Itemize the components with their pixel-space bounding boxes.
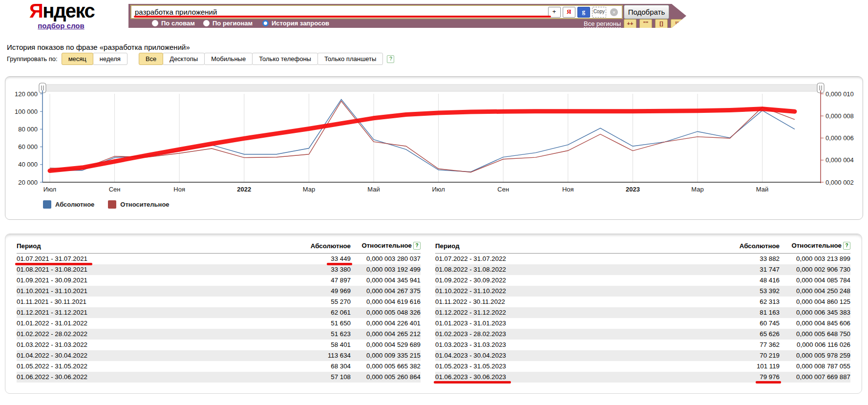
yandex-favicon-button[interactable]: Я <box>563 7 575 18</box>
relative-cell: 0,000 005 048 326 <box>351 307 421 318</box>
relative-cell: 0,000 004 845 606 <box>780 318 850 329</box>
cell-value: 0,000 006 116 026 <box>797 341 850 348</box>
cell-value: 57 108 <box>331 373 351 381</box>
legend-item-1[interactable]: Относительное <box>108 200 169 209</box>
absolute-column-header[interactable]: Абсолютное <box>697 239 780 254</box>
relative-cell: 0,000 004 267 375 <box>351 286 421 297</box>
period-cell: 01.03.2023 - 31.03.2023 <box>435 340 697 350</box>
cell-value: 0,000 004 345 941 <box>366 277 421 284</box>
cell-value: 0,000 005 978 259 <box>796 352 850 359</box>
cell-value: 0,000 004 250 248 <box>796 287 850 295</box>
period-cell: 01.03.2022 - 31.03.2022 <box>17 340 268 350</box>
operator-button-3[interactable]: !! <box>671 19 683 29</box>
absolute-cell: 53 392 <box>697 286 780 297</box>
operator-button-1[interactable]: "" <box>639 19 652 29</box>
yandex-logo[interactable]: Яндекс <box>29 0 93 21</box>
group-button-0[interactable]: месяц <box>62 53 93 65</box>
period-cell: 01.07.2021 - 31.07.2021 <box>17 254 268 265</box>
logo-block: Яндекс подбор слов <box>29 0 93 30</box>
relative-cell: 0,000 003 213 899 <box>780 254 850 265</box>
absolute-cell: 48 416 <box>697 275 780 286</box>
help-icon[interactable]: ? <box>843 242 850 250</box>
help-icon[interactable]: ? <box>413 242 421 250</box>
copy-button[interactable]: Copy <box>592 7 606 18</box>
table-row: 01.02.2022 - 28.02.202251 6230,000 004 2… <box>17 329 421 340</box>
radio-option-0[interactable]: По словам <box>152 20 195 27</box>
cell-value: 01.02.2023 - 28.02.2023 <box>435 330 506 338</box>
table-row: 01.04.2022 - 30.04.2022113 6340,000 009 … <box>17 350 421 361</box>
all-regions-link[interactable]: Все регионы <box>584 20 621 28</box>
table-row: 01.04.2023 - 30.04.202370 2190,000 005 9… <box>435 350 850 361</box>
table-row: 01.11.2022 - 30.11.202262 3130,000 004 8… <box>435 297 850 307</box>
cell-value: 01.08.2022 - 31.08.2022 <box>435 266 506 273</box>
wordstat-service-link[interactable]: подбор слов <box>38 21 84 30</box>
submit-button[interactable]: Подобрать <box>624 5 669 19</box>
right-axis-tick-label: 0,000 004 <box>826 156 854 164</box>
google-favicon-button[interactable]: g <box>577 7 590 18</box>
search-input[interactable]: разработка приложений + Я g Copy × <box>130 5 623 19</box>
cell-value: 01.07.2021 - 31.07.2021 <box>17 255 87 262</box>
period-cell: 01.10.2022 - 31.10.2022 <box>435 286 697 297</box>
relative-cell: 0,000 004 085 784 <box>780 275 850 286</box>
red-underline-annotation <box>756 381 781 384</box>
device-button-4[interactable]: Только планшеты <box>318 53 383 65</box>
range-slider-track[interactable] <box>39 85 824 91</box>
search-banner: разработка приложений + Я g Copy × Подоб… <box>128 4 686 28</box>
device-button-1[interactable]: Десктопы <box>163 53 205 65</box>
help-icon[interactable]: ? <box>387 55 394 63</box>
period-cell: 01.01.2022 - 31.01.2022 <box>17 318 268 329</box>
group-by-label: Группировать по: <box>7 55 58 63</box>
operator-button-0[interactable]: ++ <box>624 19 636 29</box>
clear-icon[interactable]: × <box>610 8 618 16</box>
right-axis-tick-label: 0,000 008 <box>826 112 854 120</box>
table-row: 01.02.2023 - 28.02.202365 6260,000 005 6… <box>435 329 850 340</box>
controls-row: Группировать по: месяцнеделя ВсеДесктопы… <box>7 53 394 65</box>
cell-value: 0,000 005 048 326 <box>366 309 421 316</box>
period-cell: 01.11.2022 - 30.11.2022 <box>435 297 697 307</box>
x-axis-tick-label: 2022 <box>237 186 251 193</box>
relative-cell: 0,000 004 619 616 <box>351 297 421 307</box>
cell-value: 0,000 004 860 125 <box>796 298 850 305</box>
device-button-0[interactable]: Все <box>139 53 163 65</box>
legend-item-0[interactable]: Абсолютное <box>43 200 94 209</box>
period-column-header[interactable]: Период <box>435 239 697 254</box>
operator-buttons: ++""[]!! <box>624 19 683 29</box>
absolute-column-header[interactable]: Абсолютное <box>268 239 351 254</box>
cell-value: 51 623 <box>331 330 351 338</box>
cell-value: 01.03.2022 - 31.03.2022 <box>17 341 87 348</box>
relative-cell: 0,000 005 665 382 <box>351 361 421 372</box>
x-axis-tick-label: Ноя <box>173 186 185 193</box>
absolute-cell: 113 634 <box>268 350 351 361</box>
cell-value: 01.09.2022 - 30.09.2022 <box>435 277 506 284</box>
period-cell: 01.04.2022 - 30.04.2022 <box>17 350 268 361</box>
relative-cell: 0,000 006 116 026 <box>780 340 850 350</box>
radio-option-1[interactable]: По регионам <box>203 20 253 27</box>
cell-value: 31 747 <box>760 266 780 273</box>
relative-column-header[interactable]: Относительное? <box>351 239 421 254</box>
period-cell: 01.06.2023 - 30.06.2023 <box>435 372 697 383</box>
period-column-header[interactable]: Период <box>17 239 268 254</box>
group-button-1[interactable]: неделя <box>93 53 127 65</box>
absolute-cell: 81 163 <box>697 307 780 318</box>
absolute-cell: 60 745 <box>697 318 780 329</box>
cell-value: 68 304 <box>331 362 351 370</box>
cell-value: 0,000 003 213 899 <box>796 255 850 262</box>
table-row: 01.08.2022 - 31.08.202231 7470,000 002 9… <box>435 264 850 275</box>
table-row: 01.12.2021 - 31.12.202162 0610,000 005 0… <box>17 307 421 318</box>
cell-value: 62 061 <box>331 309 351 316</box>
period-cell: 01.08.2021 - 31.08.2021 <box>17 264 268 275</box>
page-title: История показов по фразе «разработка при… <box>7 43 190 51</box>
yandex-logo-rest: ндекс <box>42 0 94 21</box>
device-button-3[interactable]: Только телефоны <box>252 53 318 65</box>
relative-column-header[interactable]: Относительное? <box>780 239 850 254</box>
radio-option-2[interactable]: История запросов <box>262 20 329 27</box>
cell-value: 113 634 <box>328 352 351 359</box>
radio-label: По словам <box>161 20 195 27</box>
table-row: 01.09.2022 - 30.09.202248 4160,000 004 0… <box>435 275 850 286</box>
chart-panel: 120 000100 00080 00060 00040 00020 0000,… <box>5 76 863 220</box>
device-button-2[interactable]: Мобильные <box>204 53 253 65</box>
relative-cell: 0,000 003 192 499 <box>351 264 421 275</box>
table-row: 01.03.2022 - 31.03.202258 4010,000 004 5… <box>17 340 421 350</box>
operator-button-2[interactable]: [] <box>655 19 668 29</box>
red-underline-annotation <box>327 263 352 265</box>
